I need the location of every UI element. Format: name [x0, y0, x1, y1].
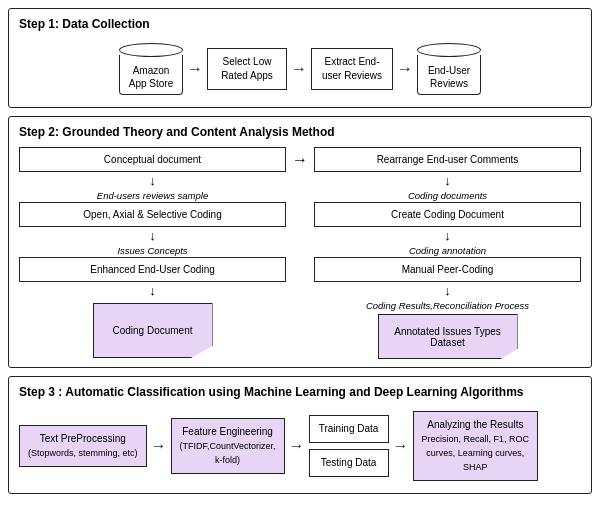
label-sample: End-users reviews sample — [97, 190, 208, 201]
node-testing: Testing Data — [309, 449, 389, 477]
node-amazon: Amazon App Store — [119, 43, 183, 95]
cylinder-body-enduser: End-User Reviews — [417, 55, 481, 95]
step3-arrow2: → — [289, 438, 305, 454]
step3-arrow3: → — [393, 438, 409, 454]
arrow-manual: ↓ — [444, 284, 451, 297]
node-select: Select Low Rated Apps — [207, 48, 287, 90]
node-extract: Extract End-user Reviews — [311, 48, 393, 90]
arrow2: → — [291, 61, 307, 77]
step2-right: Rearrange End-user Comments ↓ Coding doc… — [314, 147, 581, 359]
step2-layout: Conceptual document ↓ End-users reviews … — [19, 147, 581, 359]
step2-box: Step 2: Grounded Theory and Content Anal… — [8, 116, 592, 368]
arrow1: → — [187, 61, 203, 77]
cylinder-amazon: Amazon App Store — [119, 43, 183, 95]
arrow-conceptual: ↓ — [149, 174, 156, 187]
node-coding: Open, Axial & Selective Coding — [19, 202, 286, 227]
label-annotation: Coding annotation — [409, 245, 486, 256]
cylinder-body-amazon: Amazon App Store — [119, 55, 183, 95]
node-preprocess: Text PreProcessing(Stopwords, stemming, … — [19, 425, 147, 467]
arrow3: → — [397, 61, 413, 77]
node-analyzing: Analyzing the ResultsPrecision, Recall, … — [413, 411, 539, 481]
node-create: Create Coding Document — [314, 202, 581, 227]
rect-extract: Extract End-user Reviews — [311, 48, 393, 90]
label-reconcile: Coding Results,Reconciliation Process — [366, 300, 529, 311]
step1-box: Step 1: Data Collection Amazon App Store… — [8, 8, 592, 108]
step3-box: Step 3 : Automatic Classification using … — [8, 376, 592, 494]
arrow-coding: ↓ — [149, 229, 156, 242]
node-enduser: End-User Reviews — [417, 43, 481, 95]
doc-coding: Coding Document — [93, 303, 213, 358]
doc-annotated: Annotated Issues Types Dataset — [378, 314, 518, 359]
step3-flow: Text PreProcessing(Stopwords, stemming, … — [19, 407, 581, 485]
step2-left: Conceptual document ↓ End-users reviews … — [19, 147, 286, 358]
training-testing-group: Training Data Testing Data — [309, 415, 389, 477]
arrow-enhanced: ↓ — [149, 284, 156, 297]
cylinder-enduser: End-User Reviews — [417, 43, 481, 95]
label-issues: Issues Concepts — [117, 245, 187, 256]
arrow-create: ↓ — [444, 229, 451, 242]
node-feature: Feature Engineering(TFIDF,CountVectorize… — [171, 418, 285, 474]
step2-mid-arrow: → — [292, 147, 308, 169]
step3-title: Step 3 : Automatic Classification using … — [19, 385, 581, 399]
step3-arrow1: → — [151, 438, 167, 454]
step1-flow: Amazon App Store → Select Low Rated Apps… — [19, 39, 581, 99]
node-conceptual: Conceptual document — [19, 147, 286, 172]
node-rearrange: Rearrange End-user Comments — [314, 147, 581, 172]
node-manual: Manual Peer-Coding — [314, 257, 581, 282]
cylinder-top-enduser — [417, 43, 481, 57]
node-training: Training Data — [309, 415, 389, 443]
rect-select: Select Low Rated Apps — [207, 48, 287, 90]
step1-title: Step 1: Data Collection — [19, 17, 581, 31]
node-enhanced: Enhanced End-User Coding — [19, 257, 286, 282]
label-coding-docs: Coding documents — [408, 190, 487, 201]
step2-title: Step 2: Grounded Theory and Content Anal… — [19, 125, 581, 139]
cylinder-top-amazon — [119, 43, 183, 57]
arrow-rearrange: ↓ — [444, 174, 451, 187]
